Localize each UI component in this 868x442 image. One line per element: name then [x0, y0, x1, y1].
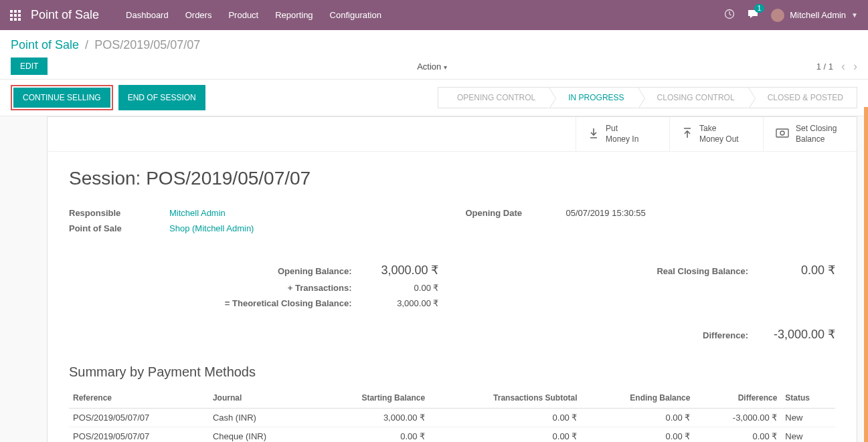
breadcrumb-root[interactable]: Point of Sale	[11, 38, 79, 51]
real-closing-label: Real Closing Balance:	[466, 266, 762, 276]
th-difference: Difference	[694, 388, 781, 409]
responsible-label: Responsible	[69, 208, 169, 218]
nav-configuration[interactable]: Configuration	[330, 10, 381, 20]
user-name: Mitchell Admin	[790, 10, 846, 20]
user-avatar	[771, 9, 784, 22]
theoretical-label: = Theoretical Closing Balance:	[69, 298, 365, 308]
clock-icon[interactable]	[724, 9, 735, 21]
table-row[interactable]: POS/2019/05/07/07 Cheque (INR) 0.00 ₹ 0.…	[69, 427, 835, 442]
top-nav: Point of Sale Dashboard Orders Product R…	[0, 0, 868, 30]
money-in-icon	[588, 127, 599, 142]
stage-closing-control[interactable]: CLOSING CONTROL	[638, 87, 749, 108]
th-reference: Reference	[69, 388, 209, 409]
messaging-badge: 1	[754, 4, 765, 13]
form-sheet: PutMoney In TakeMoney Out Set ClosingBal…	[47, 116, 857, 442]
real-closing-value: 0.00 ₹	[762, 263, 835, 278]
stage-opening-control[interactable]: OPENING CONTROL	[438, 87, 549, 108]
nav-right: 1 Mitchell Admin ▼	[724, 8, 858, 22]
app-title: Point of Sale	[31, 8, 99, 22]
apps-icon[interactable]	[10, 10, 21, 21]
opening-date-label: Opening Date	[466, 208, 566, 218]
breadcrumb-current: POS/2019/05/07/07	[94, 38, 200, 51]
stage-in-progress[interactable]: IN PROGRESS	[549, 87, 638, 108]
responsible-value[interactable]: Mitchell Admin	[169, 208, 226, 218]
caret-down-icon: ▼	[851, 11, 858, 19]
user-menu[interactable]: Mitchell Admin ▼	[771, 9, 858, 22]
nav-reporting[interactable]: Reporting	[275, 10, 313, 20]
nav-links: Dashboard Orders Product Reporting Confi…	[126, 10, 381, 20]
put-money-in-button[interactable]: PutMoney In	[576, 117, 669, 151]
opening-date-value: 05/07/2019 15:30:55	[566, 208, 646, 218]
sheet-actions: PutMoney In TakeMoney Out Set ClosingBal…	[48, 117, 857, 152]
transactions-label: + Transactions:	[69, 283, 365, 293]
difference-value: -3,000.00 ₹	[762, 327, 835, 342]
breadcrumb-separator: /	[85, 38, 88, 51]
action-dropdown[interactable]: Action ▾	[417, 62, 447, 72]
summary-table: Reference Journal Starting Balance Trans…	[69, 388, 835, 442]
nav-orders[interactable]: Orders	[185, 10, 212, 20]
take-money-out-button[interactable]: TakeMoney Out	[669, 117, 763, 151]
edit-button[interactable]: EDIT	[11, 58, 48, 75]
th-ending: Ending Balance	[581, 388, 694, 409]
breadcrumb-bar: Point of Sale / POS/2019/05/07/07 EDIT A…	[0, 30, 868, 80]
pager-text: 1 / 1	[816, 62, 833, 72]
stage-closed-posted[interactable]: CLOSED & POSTED	[748, 87, 857, 108]
pos-label: Point of Sale	[69, 223, 169, 233]
th-starting: Starting Balance	[311, 388, 430, 409]
th-journal: Journal	[209, 388, 311, 409]
caret-down-icon: ▾	[444, 64, 447, 71]
transactions-value: 0.00 ₹	[365, 283, 439, 293]
status-stages: OPENING CONTROL IN PROGRESS CLOSING CONT…	[438, 87, 857, 108]
table-row[interactable]: POS/2019/05/07/07 Cash (INR) 3,000.00 ₹ …	[69, 409, 835, 427]
pager-prev[interactable]: ‹	[841, 60, 845, 74]
opening-balance-value: 3,000.00 ₹	[365, 263, 439, 278]
continue-selling-button[interactable]: CONTINUE SELLING	[13, 88, 110, 108]
difference-label: Difference:	[466, 330, 762, 340]
scrollbar[interactable]	[864, 107, 868, 442]
end-session-button[interactable]: END OF SESSION	[118, 85, 205, 110]
theoretical-value: 3,000.00 ₹	[365, 298, 439, 308]
pager: 1 / 1 ‹ ›	[816, 60, 857, 74]
money-out-icon	[682, 127, 693, 142]
svg-rect-1	[776, 129, 788, 137]
highlight-continue-selling: CONTINUE SELLING	[11, 85, 113, 110]
status-bar: CONTINUE SELLING END OF SESSION OPENING …	[0, 80, 868, 116]
svg-point-2	[780, 131, 784, 135]
pager-next[interactable]: ›	[853, 60, 857, 74]
nav-product[interactable]: Product	[228, 10, 258, 20]
opening-balance-label: Opening Balance:	[69, 266, 365, 276]
th-status: Status	[781, 388, 835, 409]
set-closing-balance-button[interactable]: Set ClosingBalance	[763, 117, 857, 151]
pos-value[interactable]: Shop (Mitchell Admin)	[169, 223, 254, 233]
closing-balance-icon	[776, 128, 789, 140]
th-subtotal: Transactions Subtotal	[429, 388, 581, 409]
breadcrumb: Point of Sale / POS/2019/05/07/07	[11, 38, 857, 52]
summary-title: Summary by Payment Methods	[69, 364, 835, 380]
messaging-icon[interactable]: 1	[747, 8, 759, 22]
session-title: Session: POS/2019/05/07/07	[69, 168, 835, 189]
nav-dashboard[interactable]: Dashboard	[126, 10, 169, 20]
